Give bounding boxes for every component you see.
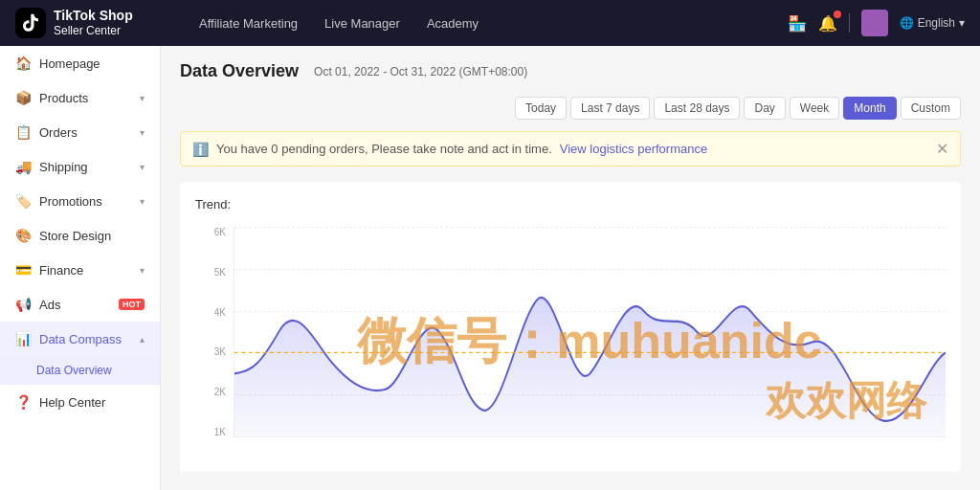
chart-container: 6K 5K 4K 3K 2K 1K <box>195 227 946 457</box>
store-design-icon: 🎨 <box>15 228 32 243</box>
sidebar-subitem-data-overview[interactable]: Data Overview <box>0 356 160 385</box>
filter-last28[interactable]: Last 28 days <box>654 97 740 120</box>
sidebar-item-data-compass[interactable]: 📊 Data Compass ▴ <box>0 322 160 356</box>
main-content: Data Overview Oct 01, 2022 - Oct 31, 202… <box>161 46 980 490</box>
shipping-icon: 🚚 <box>15 159 32 174</box>
sidebar-item-homepage[interactable]: 🏠 Homepage <box>0 46 160 80</box>
logo-text: TikTok Shop Seller Center <box>54 8 133 37</box>
sidebar-item-orders[interactable]: 📋 Orders ▾ <box>0 115 160 149</box>
alert-link[interactable]: View logistics performance <box>560 142 707 156</box>
data-compass-submenu: Data Overview <box>0 356 160 385</box>
help-center-icon: ❓ <box>15 394 32 410</box>
promotions-arrow-icon: ▾ <box>140 196 145 207</box>
sidebar-item-help-center[interactable]: ❓ Help Center <box>0 385 160 419</box>
chart-fill <box>234 298 946 436</box>
time-filters: Today Last 7 days Last 28 days Day Week … <box>515 97 961 120</box>
shop-icon-btn[interactable]: 🏪 <box>788 14 807 33</box>
nav-academy[interactable]: Academy <box>427 12 479 34</box>
y-label-3k: 3K <box>214 346 226 357</box>
hot-badge: HOT <box>119 299 145 310</box>
finance-icon: 💳 <box>15 262 32 278</box>
y-axis: 6K 5K 4K 3K 2K 1K <box>195 227 230 437</box>
y-label-1k: 1K <box>214 427 226 437</box>
orders-arrow-icon: ▾ <box>140 127 145 138</box>
filter-week[interactable]: Week <box>790 97 839 120</box>
filter-custom[interactable]: Custom <box>901 97 961 120</box>
chart-title: Trend: <box>195 197 946 212</box>
y-label-5k: 5K <box>214 267 226 278</box>
divider <box>849 13 850 33</box>
products-arrow-icon: ▾ <box>140 93 145 103</box>
alert-banner: ℹ️ You have 0 pending orders, Please tak… <box>180 131 961 167</box>
top-navigation: TikTok Shop Seller Center Affiliate Mark… <box>0 0 980 46</box>
data-compass-arrow-icon: ▴ <box>140 334 145 345</box>
chart-area <box>234 227 946 437</box>
notification-badge <box>834 11 841 18</box>
overview-header: Data Overview Oct 01, 2022 - Oct 31, 202… <box>180 61 961 120</box>
page-title: Data Overview <box>180 61 299 81</box>
sidebar: 🏠 Homepage 📦 Products ▾ 📋 Orders ▾ 🚚 Shi… <box>0 46 161 490</box>
y-label-6k: 6K <box>214 227 226 237</box>
data-compass-icon: 📊 <box>15 331 32 346</box>
user-avatar-btn[interactable] <box>861 10 888 36</box>
promotions-icon: 🏷️ <box>15 193 32 209</box>
y-label-4k: 4K <box>214 307 226 318</box>
nav-links: Affiliate Marketing Live Manager Academy <box>199 12 479 34</box>
tiktok-logo-icon <box>15 8 46 38</box>
alert-message: You have 0 pending orders, Please take n… <box>216 142 552 156</box>
chart-section: Trend: 6K 5K 4K 3K 2K 1K <box>180 182 961 472</box>
home-icon: 🏠 <box>15 56 32 71</box>
filter-month[interactable]: Month <box>843 97 896 120</box>
y-label-2k: 2K <box>214 387 226 397</box>
sidebar-item-finance[interactable]: 💳 Finance ▾ <box>0 253 160 287</box>
finance-arrow-icon: ▾ <box>140 265 145 276</box>
nav-right: 🏪 🔔 🌐 English ▾ <box>788 10 965 36</box>
nav-affiliate-marketing[interactable]: Affiliate Marketing <box>199 12 298 34</box>
app-layout: 🏠 Homepage 📦 Products ▾ 📋 Orders ▾ 🚚 Shi… <box>0 46 980 490</box>
logo-area: TikTok Shop Seller Center <box>15 8 168 38</box>
sidebar-item-ads[interactable]: 📢 Ads HOT <box>0 287 160 322</box>
sidebar-item-products[interactable]: 📦 Products ▾ <box>0 80 160 115</box>
filter-last7[interactable]: Last 7 days <box>570 97 650 120</box>
nav-live-manager[interactable]: Live Manager <box>324 12 400 34</box>
shipping-arrow-icon: ▾ <box>140 162 145 172</box>
alert-close-btn[interactable]: ✕ <box>936 140 948 158</box>
sidebar-item-shipping[interactable]: 🚚 Shipping ▾ <box>0 149 160 184</box>
orders-icon: 📋 <box>15 124 32 140</box>
date-range: Oct 01, 2022 - Oct 31, 2022 (GMT+08:00) <box>314 65 527 78</box>
sidebar-item-promotions[interactable]: 🏷️ Promotions ▾ <box>0 184 160 218</box>
filter-today[interactable]: Today <box>515 97 567 120</box>
filter-day[interactable]: Day <box>744 97 785 120</box>
language-selector[interactable]: 🌐 English ▾ <box>900 16 965 30</box>
ads-icon: 📢 <box>15 297 32 312</box>
products-icon: 📦 <box>15 90 32 105</box>
trend-chart-svg <box>234 227 946 436</box>
sidebar-item-store-design[interactable]: 🎨 Store Design <box>0 218 160 253</box>
alert-warning-icon: ℹ️ <box>192 142 209 157</box>
notification-bell-btn[interactable]: 🔔 <box>818 14 837 33</box>
